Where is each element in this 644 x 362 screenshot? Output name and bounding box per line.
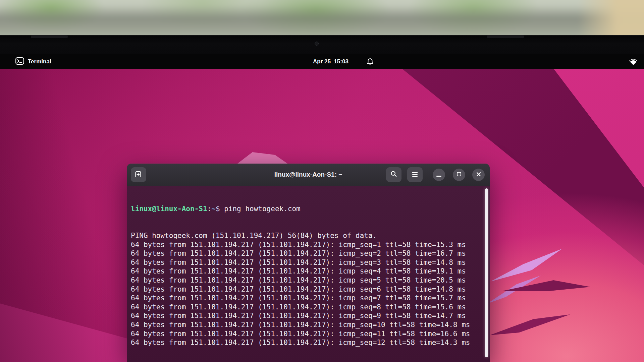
terminal-window: linux@linux-Aon-S1: ~ [127,164,490,362]
terminal-output-line: 64 bytes from 151.101.194.217 (151.101.1… [131,276,481,285]
bezel-edge-highlight [0,35,644,36]
new-tab-button[interactable] [131,167,146,182]
terminal-output-line: 64 bytes from 151.101.194.217 (151.101.1… [131,338,481,347]
laptop-screen-photo: Terminal Apr 25 15:03 [0,0,644,362]
prompt-path: ~ [211,205,216,213]
close-icon [476,172,481,178]
hamburger-menu-icon [412,172,418,177]
terminal-output-line: 64 bytes from 151.101.194.217 (151.101.1… [131,294,481,303]
terminal-output-line: 64 bytes from 151.101.194.217 (151.101.1… [131,258,481,267]
menu-button[interactable] [407,167,423,182]
minimize-button[interactable] [433,169,445,181]
prompt-user-host: linux@linux-Aon-S1 [131,205,207,213]
prompt-dollar: $ [216,205,224,213]
terminal-output-line: 64 bytes from 151.101.194.217 (151.101.1… [131,320,481,329]
wifi-icon[interactable] [628,58,639,67]
terminal-scrollbar[interactable] [485,188,488,357]
terminal-content-area[interactable]: linux@linux-Aon-S1:~$ ping howtogeek.com… [127,186,490,362]
terminal-output-line: 64 bytes from 151.101.194.217 (151.101.1… [131,285,481,294]
terminal-output-line: 64 bytes from 151.101.194.217 (151.101.1… [131,249,481,258]
typed-command: ping howtogeek.com [224,205,301,213]
window-blinds-backdrop [0,0,644,40]
wallpaper-leaf-blades [483,243,610,344]
terminal-text: linux@linux-Aon-S1:~$ ping howtogeek.com… [131,187,481,362]
maximize-button[interactable] [453,169,465,181]
terminal-output-line: 64 bytes from 151.101.194.217 (151.101.1… [131,240,481,249]
terminal-output-line: 64 bytes from 151.101.194.217 (151.101.1… [131,329,481,339]
webcam-icon [315,42,319,46]
room-background [0,0,644,40]
search-icon [390,170,397,179]
terminal-icon [15,57,24,66]
bell-icon[interactable] [366,58,374,67]
bezel-bumper-right [487,35,524,38]
maximize-icon [457,172,462,178]
terminal-output-line: 64 bytes from 151.101.194.217 (151.101.1… [131,303,481,312]
app-indicator-label: Terminal [28,58,51,65]
gnome-top-bar: Terminal Apr 25 15:03 [0,54,644,69]
prompt-colon: : [207,205,212,213]
clock[interactable]: Apr 25 15:03 [313,54,348,69]
app-indicator-terminal[interactable]: Terminal [15,54,51,69]
bezel-bumper-left [31,35,68,38]
minimize-icon [436,176,441,177]
terminal-output-line: 64 bytes from 151.101.194.217 (151.101.1… [131,311,481,320]
close-button[interactable] [472,169,485,181]
terminal-prompt-line: linux@linux-Aon-S1:~$ ping howtogeek.com [131,204,481,214]
search-button[interactable] [386,167,401,182]
new-tab-icon [135,171,143,179]
terminal-titlebar[interactable]: linux@linux-Aon-S1: ~ [127,164,490,186]
terminal-output-line: PING howtogeek.com (151.101.194.217) 56(… [131,231,481,240]
terminal-output: PING howtogeek.com (151.101.194.217) 56(… [131,231,481,347]
laptop-bezel [0,35,644,54]
terminal-output-line: 64 bytes from 151.101.194.217 (151.101.1… [131,267,481,276]
